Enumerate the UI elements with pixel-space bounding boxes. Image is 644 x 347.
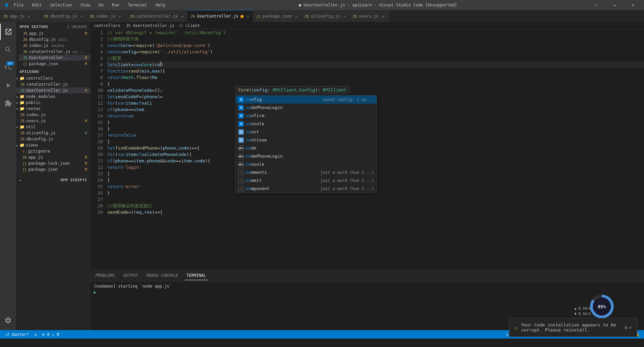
tab-dbconfig[interactable]: JS dbconfig.js ✕ [40,10,86,22]
tab-package[interactable]: {} package.json ✕ [253,10,301,22]
tree-user-controller[interactable]: JS UserController.js M [16,87,90,94]
tab-app[interactable]: JS app.js ✕ [0,10,40,22]
explorer-label: APILEARN [20,70,39,74]
menu-view[interactable]: View [79,2,92,8]
extensions-button[interactable] [0,95,16,111]
js-icon: JS [44,14,48,19]
tree-gitignore[interactable]: ⊙ .gitignore [16,148,90,154]
menu-go[interactable]: Go [97,2,105,8]
tree-dbconfig[interactable]: JS dbconfig.js [16,136,90,142]
menu-help[interactable]: Help [154,2,167,8]
menu-terminal[interactable]: Terminal [126,2,149,8]
main-area: 357 OPEN EDITORS 1 UNSAVED JS app.js M [0,22,644,330]
notification-close-icon[interactable]: ✕ [629,325,632,330]
open-file-app[interactable]: JS app.js M [19,30,90,36]
tab-problems[interactable]: PROBLEMS [94,271,117,280]
tab-close-icon[interactable]: ✕ [382,15,384,18]
tab-close-icon[interactable]: ✕ [28,15,30,18]
tab-user-controller[interactable]: JS UserController.js ● ✕ [187,10,253,22]
tab-close-icon[interactable]: ✕ [181,15,183,18]
js-file-icon: JS [20,137,25,141]
title-bar: File Edit Selection View Go Run Terminal… [0,0,644,10]
js-file-icon: JS [23,31,28,36]
search-button[interactable] [0,42,16,58]
ac-item-commit[interactable]: ☐ commit just a word (Vue 2...) [236,177,377,185]
tab-close-icon[interactable]: ✕ [295,15,297,18]
settings-button[interactable] [0,312,16,328]
open-file-index[interactable]: JS index.js routes [19,43,90,49]
open-file-user[interactable]: JS UserController... M [19,55,90,61]
ac-item-codePhoneLogin[interactable]: ⊙ codePhoneLogin [236,104,377,112]
symbol-icon: ⊙ [238,105,244,110]
tab-close-icon[interactable]: ✕ [344,15,346,18]
tab-close-icon[interactable]: ✕ [81,15,83,18]
ac-item-config[interactable]: ⊙ config const config: { ac... [236,96,377,104]
tree-util[interactable]: ▾ 📁 util [16,124,90,130]
tab-close-icon[interactable]: ✕ [119,15,121,18]
tree-public[interactable]: ▸ 📁 public [16,100,90,106]
speed-indicator: ▲ 0.1k/s ▼ 0.1k/s [575,306,591,317]
tree-aliconfig[interactable]: JS aliconfig.js U [16,130,90,136]
menu-edit[interactable]: Edit [30,2,43,8]
close-button[interactable]: ✕ [625,0,641,10]
notification-settings-icon[interactable]: ⚙ [624,325,627,330]
explorer-header[interactable]: APILEARN [16,67,90,75]
open-editors-header[interactable]: OPEN EDITORS 1 UNSAVED [16,22,90,30]
js-file-icon: JS [23,56,28,60]
tab-close-icon[interactable]: ✕ [247,15,249,18]
npm-scripts-label: NPM SCRIPTS [61,178,87,182]
errors-count[interactable]: ⊗ 0 ⚠ 0 [41,332,61,337]
tree-cate-controller[interactable]: JS cateController.js [16,81,90,87]
ac-item-confirm[interactable]: ⊙ confirm [236,112,377,120]
maximize-button[interactable]: ▭ [607,0,622,10]
ac-item-component[interactable]: ☐ component just a word (Vue 2...) [236,185,377,193]
git-branch[interactable]: ⎇ master* [3,332,30,337]
js-file-icon: JS [23,37,28,42]
open-file-package[interactable]: {} package.json M [19,61,90,67]
json-file-icon: {} [22,161,27,166]
autocomplete-dropdown[interactable]: ⊙ config const config: { ac... ⊙ codePho… [235,95,377,193]
explorer-button[interactable] [0,24,16,40]
menu-file[interactable]: File [12,2,25,8]
tree-package-lock[interactable]: {} package-lock.json M [16,160,90,166]
tab-index[interactable]: JS index.js ✕ [86,10,127,22]
tree-routes[interactable]: ▾ 📁 routes [16,106,90,112]
tree-views[interactable]: ▸ 📁 views [16,142,90,148]
ac-item-console2[interactable]: abc console [236,160,377,168]
code-editor[interactable]: 12345 678910 1112131415 1617181920 21222… [90,29,644,269]
tab-terminal[interactable]: TERMINAL [185,271,208,280]
tree-index[interactable]: JS index.js [16,112,90,118]
tree-package-json[interactable]: {} package.json M [16,166,90,172]
tree-node-modules[interactable]: ▸ 📁 node_modules [16,94,90,100]
tab-cate[interactable]: JS cateController.js ✕ [127,10,187,22]
tab-debug-console[interactable]: DEBUG CONSOLE [145,271,180,280]
js-file-icon: JS [23,44,28,48]
open-file-dbconfig[interactable]: JS dbconfig.js util [19,36,90,43]
ac-item-codePhoneLogin2[interactable]: abc codePhoneLogin [236,152,377,160]
menu-selection[interactable]: Selection [49,2,74,8]
window-controls: ─ ▭ ✕ [589,0,641,10]
ac-item-comments[interactable]: ☐ comments just a word (Vue 2...) [236,168,377,177]
source-control-button[interactable]: 357 [0,59,16,76]
ac-item-console[interactable]: ⊙ console [236,120,377,128]
breadcrumb-controllers[interactable]: controllers [94,23,120,28]
tree-app[interactable]: JS app.js M [16,154,90,160]
sync-button[interactable]: ↺ [33,332,38,337]
breadcrumb-symbol[interactable]: ⬡ client [179,23,200,28]
tree-users[interactable]: JS users.js M [16,118,90,124]
ac-item-continue[interactable]: ≡ continue [236,136,377,144]
tab-output[interactable]: OUTPUT [122,271,140,280]
tab-aliconfig[interactable]: JS aliconfig.js ✕ [301,10,349,22]
tree-controllers[interactable]: ▾ 📁 controllers [16,75,90,81]
run-button[interactable] [0,77,16,94]
open-file-cate[interactable]: JS cateController.js co... [19,49,90,55]
sidebar: OPEN EDITORS 1 UNSAVED JS app.js M JS db… [16,22,90,330]
ac-item-code[interactable]: abc code [236,144,377,152]
tab-users[interactable]: JS users.js ✕ [349,10,390,22]
menu-run[interactable]: Run [110,2,121,8]
breadcrumb-file[interactable]: JS UserController.js [126,23,175,28]
ac-item-const[interactable]: ≡ const [236,128,377,136]
code-line-27 [107,196,644,203]
npm-scripts-header[interactable]: ▸ NPM SCRIPTS [16,175,90,184]
minimize-button[interactable]: ─ [589,0,604,10]
